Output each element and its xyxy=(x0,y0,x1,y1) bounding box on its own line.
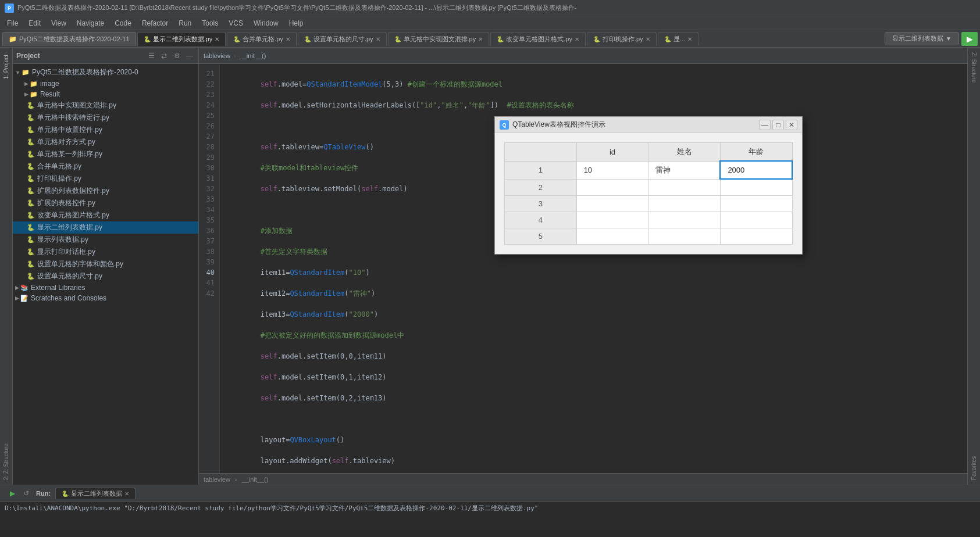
menu-tools[interactable]: Tools xyxy=(197,18,223,28)
close-icon[interactable]: ✕ xyxy=(478,36,483,42)
qt-row-3-name[interactable] xyxy=(648,195,721,212)
run-tab-close-icon[interactable]: ✕ xyxy=(124,491,129,497)
tree-file-12[interactable]: 🐍 显示打印对话框.py xyxy=(13,246,198,258)
qt-row-4-age[interactable] xyxy=(720,212,792,228)
tree-file-10[interactable]: 🐍 显示二维列表数据.py xyxy=(13,221,198,234)
menu-vcs[interactable]: VCS xyxy=(224,18,248,28)
qt-row-4-id[interactable] xyxy=(576,212,648,228)
file-tab-3[interactable]: 🐍 单元格中实现图文混排.py ✕ xyxy=(388,32,490,46)
tree-folder-result[interactable]: ▶ 📁 Result xyxy=(13,89,198,99)
close-icon[interactable]: ✕ xyxy=(215,36,219,42)
run-config-btn[interactable]: 显示二维列表数据 ▼ xyxy=(885,32,959,45)
menu-run[interactable]: Run xyxy=(174,18,196,28)
tree-folder-image[interactable]: ▶ 📁 image xyxy=(13,78,198,89)
tree-file-14[interactable]: 🐍 设置单元格的尺寸.py xyxy=(13,270,198,282)
run-output: D:\Install\ANACONDA\python.exe "D:/Byrbt… xyxy=(0,502,980,537)
tree-file-3[interactable]: 🐍 单元格对齐方式.py xyxy=(13,136,198,148)
qt-row-4-num: 4 xyxy=(505,212,577,228)
menu-view[interactable]: View xyxy=(47,18,71,28)
qt-row-2-age[interactable] xyxy=(720,179,792,195)
run-button[interactable]: ▶ xyxy=(961,32,978,46)
tree-file-11[interactable]: 🐍 显示列表数据.py xyxy=(13,234,198,246)
right-tab-structure[interactable]: Z: Structure xyxy=(969,48,979,87)
run-tab-main[interactable]: 🐍 显示二维列表数据 ✕ xyxy=(55,488,136,499)
run-play-btn[interactable]: ▶ xyxy=(7,488,17,499)
file-tab-2[interactable]: 🐍 设置单元格的尺寸.py ✕ xyxy=(298,32,387,46)
code-line-37 xyxy=(227,414,960,424)
tree-file-8[interactable]: 🐍 扩展的表格控件.py xyxy=(13,197,198,209)
tree-file-7[interactable]: 🐍 扩展的列表数据控件.py xyxy=(13,185,198,197)
qt-row-1-id[interactable]: 10 xyxy=(576,161,648,179)
file-tab-5[interactable]: 🐍 打印机操作.py ✕ xyxy=(587,32,657,46)
qt-row-5-name[interactable] xyxy=(648,228,721,244)
sidebar-toolbar: Project ☰ ⇄ ⚙ — xyxy=(13,48,198,64)
qt-dialog-maximize-btn[interactable]: □ xyxy=(772,120,784,130)
tree-scratches-consoles[interactable]: ▶ 📝 Scratches and Consoles xyxy=(13,293,198,303)
sidebar-settings-btn[interactable]: ⚙ xyxy=(172,51,182,61)
table-row: 2 xyxy=(505,179,793,195)
qt-row-5-id[interactable] xyxy=(576,228,648,244)
tree-project-root[interactable]: ▼ 📁 PyQt5二维数据及表格操作-2020-0 xyxy=(13,66,198,78)
qt-dialog-titlebar[interactable]: Q QTableView表格视图控件演示 — □ ✕ xyxy=(495,117,802,133)
qt-row-2-name[interactable] xyxy=(648,179,721,195)
tree-file-0[interactable]: 🐍 单元格中实现图文混排.py xyxy=(13,99,198,112)
close-icon[interactable]: ✕ xyxy=(376,36,380,42)
qt-dialog-minimize-btn[interactable]: — xyxy=(759,120,771,130)
menu-edit[interactable]: Edit xyxy=(24,18,45,28)
sidebar-minimize-btn[interactable]: — xyxy=(184,51,195,61)
editor-status-bar: tableview › __init__() xyxy=(199,473,967,485)
main-area: 1: Project 2: Z: Structure Project ☰ ⇄ ⚙… xyxy=(0,48,980,485)
menu-window[interactable]: Window xyxy=(249,18,283,28)
run-label: Run: xyxy=(36,490,51,497)
qt-row-1-name[interactable]: 雷神 xyxy=(648,161,721,179)
qt-row-3-num: 3 xyxy=(505,195,577,212)
tree-file-9[interactable]: 🐍 改变单元格图片格式.py xyxy=(13,209,198,221)
qt-row-3-age[interactable] xyxy=(720,195,792,212)
qt-row-3-id[interactable] xyxy=(576,195,648,212)
menu-code[interactable]: Code xyxy=(110,18,136,28)
run-restart-btn[interactable]: ↺ xyxy=(21,488,31,499)
close-icon[interactable]: ✕ xyxy=(575,36,579,42)
file-tab-6[interactable]: 🐍 显... ✕ xyxy=(658,32,699,46)
sidebar-tab-structure[interactable]: 2: Z: Structure xyxy=(1,439,11,485)
sidebar-collapse-btn[interactable]: ⇄ xyxy=(159,51,169,61)
file-tab-0[interactable]: 🐍 显示二维列表数据.py ✕ xyxy=(137,32,226,46)
close-icon[interactable]: ✕ xyxy=(646,36,650,42)
bottom-panel: ▶ ↺ Run: 🐍 显示二维列表数据 ✕ D:\Install\ANACOND… xyxy=(0,485,980,537)
menu-file[interactable]: File xyxy=(2,18,23,28)
close-icon[interactable]: ✕ xyxy=(286,36,290,42)
window-title: PyQt5二维数据及表格操作-2020-02-11 [D:\Byrbt2018\… xyxy=(17,3,577,12)
qt-row-5-age[interactable] xyxy=(720,228,792,244)
file-tab-1[interactable]: 🐍 合并单元格.py ✕ xyxy=(227,32,297,46)
file-tab-4[interactable]: 🐍 改变单元格图片格式.py ✕ xyxy=(490,32,586,46)
tree-file-13[interactable]: 🐍 设置单元格的字体和颜色.py xyxy=(13,258,198,270)
tree-file-6[interactable]: 🐍 打印机操作.py xyxy=(13,173,198,185)
qt-dialog-close-btn[interactable]: ✕ xyxy=(786,120,797,130)
sidebar-tab-project[interactable]: 1: Project xyxy=(1,50,11,84)
right-tab-favorites[interactable]: Favorites xyxy=(969,452,979,485)
menu-help[interactable]: Help xyxy=(284,18,308,28)
qt-row-4-name[interactable] xyxy=(648,212,721,228)
status-breadcrumb1: tableview xyxy=(204,476,230,483)
breadcrumb-init[interactable]: __init__() xyxy=(240,52,266,59)
close-icon[interactable]: ✕ xyxy=(687,36,692,42)
menu-refactor[interactable]: Refactor xyxy=(137,18,173,28)
menu-navigate[interactable]: Navigate xyxy=(72,18,109,28)
qt-dialog[interactable]: Q QTableView表格视图控件演示 — □ ✕ id 姓名 年龄 1 10… xyxy=(494,116,803,255)
breadcrumb-tableview[interactable]: tableview xyxy=(204,52,230,59)
tree-external-libraries[interactable]: ▶ 📚 External Libraries xyxy=(13,282,198,293)
sidebar-sync-btn[interactable]: ☰ xyxy=(146,51,156,61)
code-line-35: self.model.setItem(0,1,item12) xyxy=(227,372,960,382)
qt-row-1-age[interactable]: 2000 xyxy=(720,161,792,179)
code-line-31: item12=QStandardItem("雷神") xyxy=(227,288,960,299)
code-line-39: layout.addWidget(self.tableview) xyxy=(227,456,960,466)
project-tab[interactable]: 📁 PyQt5二维数据及表格操作-2020-02-11 xyxy=(2,32,136,46)
tree-file-1[interactable]: 🐍 单元格中搜索特定行.py xyxy=(13,112,198,124)
tree-file-2[interactable]: 🐍 单元格中放置控件.py xyxy=(13,124,198,136)
editor-toolbar: tableview › __init__() xyxy=(199,48,967,64)
code-line-21: self.model=QStandardItemModel(5,3) #创建一个… xyxy=(227,79,960,90)
qt-row-2-id[interactable] xyxy=(576,179,648,195)
qt-dialog-icon: Q xyxy=(500,120,509,130)
tree-file-5[interactable]: 🐍 合并单元格.py xyxy=(13,160,198,173)
tree-file-4[interactable]: 🐍 单元格某一列排序.py xyxy=(13,148,198,160)
